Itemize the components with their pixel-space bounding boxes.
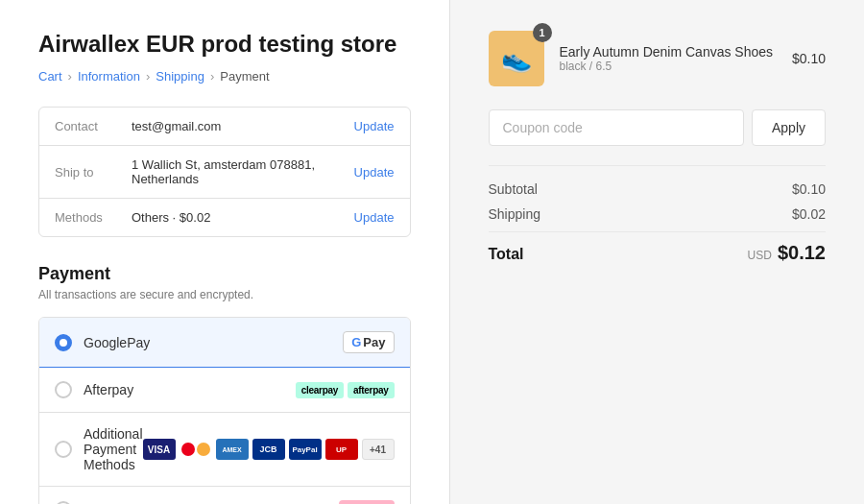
breadcrumb-sep-2: ›: [146, 69, 150, 84]
total-row: Total USD $0.12: [489, 231, 827, 264]
subtotal-row: Subtotal $0.10: [489, 181, 827, 197]
klarna-badge: Klarna.: [339, 500, 394, 504]
coupon-row: Apply: [489, 109, 827, 146]
amex-icon: AMEX: [216, 439, 249, 460]
gpay-badge: G Pay: [343, 331, 394, 353]
subtotal-label: Subtotal: [489, 181, 538, 197]
contact-label: Contact: [55, 119, 132, 133]
product-emoji: 👟: [501, 44, 532, 74]
store-title: Airwallex EUR prod testing store: [38, 31, 411, 58]
googlepay-label: GooglePay: [84, 335, 343, 350]
summary-rows: Subtotal $0.10 Shipping $0.02 Total USD …: [489, 165, 827, 264]
right-panel: 👟 1 Early Autumn Denim Canvas Shoes blac…: [449, 0, 865, 504]
contact-row: Contact test@gmail.com Update: [39, 108, 410, 146]
breadcrumb-sep-3: ›: [210, 69, 214, 84]
visa-icon: VISA: [143, 439, 176, 460]
product-image-wrap: 👟 1: [489, 31, 544, 86]
contact-update[interactable]: Update: [354, 119, 395, 133]
shipping-summary-row: Shipping $0.02: [489, 206, 827, 222]
payment-option-googlepay[interactable]: GooglePay G Pay: [39, 318, 410, 368]
methods-label: Methods: [55, 210, 132, 225]
breadcrumb: Cart › Information › Shipping › Payment: [38, 69, 411, 84]
total-value-group: USD $0.12: [748, 242, 826, 264]
more-cards-icon: +41: [362, 439, 395, 460]
payment-option-additional[interactable]: Additional Payment Methods VISA AMEX JCB…: [39, 413, 410, 487]
radio-googlepay: [55, 334, 72, 351]
payment-options: GooglePay G Pay Afterpay clearpay afterp…: [38, 317, 411, 504]
payment-option-afterpay[interactable]: Afterpay clearpay afterpay: [39, 368, 410, 413]
afterpay-icons: clearpay afterpay: [296, 382, 395, 398]
product-name: Early Autumn Denim Canvas Shoes: [560, 44, 777, 60]
jcb-icon: JCB: [252, 439, 285, 460]
product-info: Early Autumn Denim Canvas Shoes black / …: [560, 44, 777, 73]
product-row: 👟 1 Early Autumn Denim Canvas Shoes blac…: [489, 31, 827, 86]
shipping-update[interactable]: Update: [354, 165, 395, 180]
payment-section-title: Payment: [38, 264, 411, 284]
methods-value: Others · $0.02: [132, 210, 354, 225]
shipping-row: Ship to 1 Wallich St, amsterdam 078881, …: [39, 146, 410, 199]
afterpay-label: Afterpay: [84, 382, 296, 397]
product-price: $0.10: [792, 51, 826, 66]
coupon-input[interactable]: [489, 109, 744, 146]
methods-update[interactable]: Update: [354, 210, 395, 225]
subtotal-value: $0.10: [792, 181, 826, 197]
shipping-summary-label: Shipping: [489, 206, 541, 222]
unionpay-icon: UP: [325, 439, 358, 460]
total-currency: USD: [748, 249, 772, 262]
radio-additional: [55, 441, 72, 458]
afterpay-badge-2: afterpay: [348, 382, 395, 398]
methods-row: Methods Others · $0.02 Update: [39, 199, 410, 236]
left-panel: Airwallex EUR prod testing store Cart › …: [0, 0, 449, 504]
total-amount: $0.12: [778, 242, 826, 264]
paypal-icon: PayPal: [289, 439, 322, 460]
breadcrumb-payment: Payment: [220, 69, 269, 84]
breadcrumb-information[interactable]: Information: [78, 69, 140, 84]
product-variant: black / 6.5: [560, 60, 777, 73]
payment-option-klarna[interactable]: Klarna Klarna.: [39, 487, 410, 504]
shipping-label: Ship to: [55, 165, 132, 180]
klarna-icons: Klarna.: [339, 500, 394, 504]
product-badge: 1: [533, 23, 552, 42]
shipping-value: 1 Wallich St, amsterdam 078881, Netherla…: [132, 157, 354, 186]
breadcrumb-cart[interactable]: Cart: [38, 69, 62, 84]
additional-icons: VISA AMEX JCB PayPal UP +41: [143, 439, 395, 460]
breadcrumb-sep-1: ›: [68, 69, 72, 84]
additional-label: Additional Payment Methods: [84, 426, 143, 472]
radio-afterpay: [55, 381, 72, 398]
info-table: Contact test@gmail.com Update Ship to 1 …: [38, 107, 411, 237]
googlepay-icons: G Pay: [343, 331, 394, 353]
afterpay-badge-1: clearpay: [296, 382, 344, 398]
mastercard-icon: [180, 439, 212, 460]
shipping-summary-value: $0.02: [792, 206, 826, 222]
total-label: Total: [489, 246, 524, 263]
payment-section-subtitle: All transactions are secure and encrypte…: [38, 288, 411, 301]
breadcrumb-shipping[interactable]: Shipping: [156, 69, 204, 84]
apply-button[interactable]: Apply: [752, 109, 826, 146]
contact-value: test@gmail.com: [132, 119, 354, 133]
